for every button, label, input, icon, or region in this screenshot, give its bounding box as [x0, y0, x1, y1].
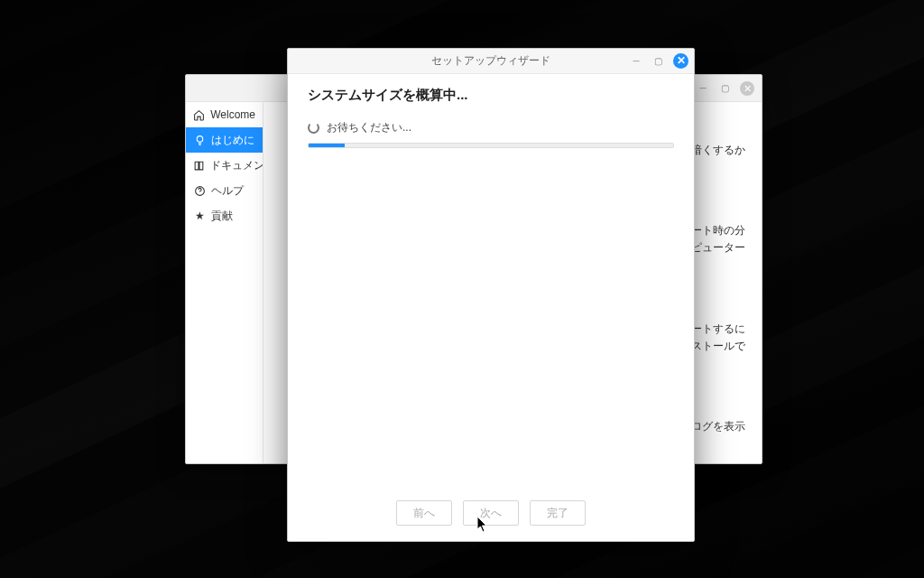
sidebar-item-welcome[interactable]: Welcome: [186, 102, 263, 127]
close-button[interactable]: ✕: [740, 81, 754, 96]
wizard-heading: システムサイズを概算中...: [308, 87, 674, 104]
sidebar: Welcome はじめに ドキュメン ヘルプ ★: [186, 102, 263, 463]
progress-bar-fill: [309, 144, 345, 147]
sidebar-item-label: はじめに: [211, 133, 254, 148]
sidebar-item-label: Welcome: [210, 108, 255, 121]
close-button[interactable]: ✕: [673, 53, 688, 69]
help-icon: [193, 184, 206, 197]
sidebar-item-label: 貢献: [211, 209, 233, 224]
wizard-status-row: お待ちください...: [308, 120, 674, 135]
maximize-button[interactable]: ▢: [718, 82, 731, 95]
maximize-button[interactable]: ▢: [651, 55, 664, 68]
wizard-titlebar: セットアップウィザード ─ ▢ ✕: [288, 49, 694, 74]
sidebar-item-getting-started[interactable]: はじめに: [186, 127, 263, 153]
lightbulb-icon: [193, 134, 206, 146]
wizard-body: システムサイズを概算中... お待ちください...: [288, 74, 694, 490]
wizard-footer: 前へ 次へ 完了: [288, 490, 694, 541]
finish-button[interactable]: 完了: [530, 500, 586, 526]
minimize-button[interactable]: ─: [630, 55, 642, 68]
book-icon: [193, 159, 205, 172]
sidebar-item-documentation[interactable]: ドキュメン: [186, 153, 263, 178]
sidebar-item-label: ヘルプ: [211, 183, 244, 199]
spinner-icon: [308, 122, 319, 134]
home-icon: [193, 108, 205, 121]
sidebar-item-label: ドキュメン: [210, 158, 263, 173]
next-button[interactable]: 次へ: [463, 500, 519, 526]
star-icon: ★: [193, 210, 206, 222]
sidebar-item-help[interactable]: ヘルプ: [186, 178, 263, 203]
sidebar-item-contribute[interactable]: ★ 貢献: [186, 203, 263, 228]
setup-wizard-window: セットアップウィザード ─ ▢ ✕ システムサイズを概算中... お待ちください…: [287, 48, 695, 542]
progress-bar: [308, 143, 674, 148]
minimize-button[interactable]: ─: [697, 82, 709, 95]
svg-point-0: [197, 135, 203, 142]
wizard-status-text: お待ちください...: [327, 120, 411, 135]
back-button[interactable]: 前へ: [396, 500, 452, 526]
